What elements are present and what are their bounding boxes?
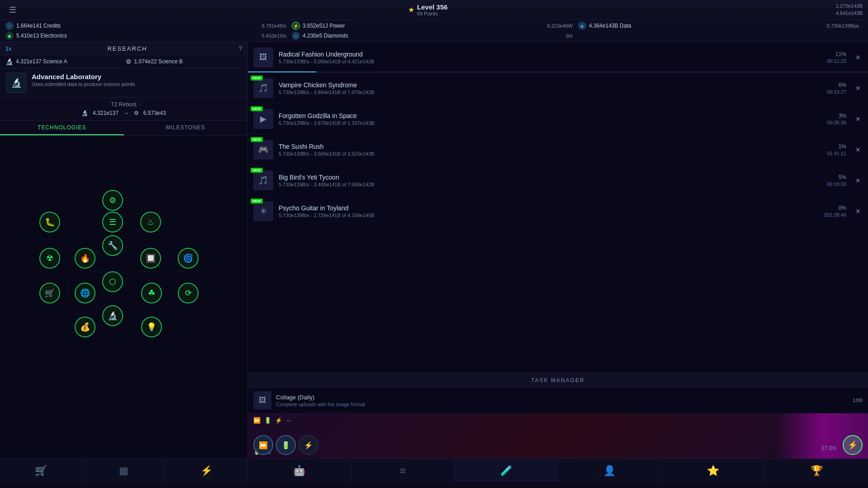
lab-card-icon: 🔬	[6, 73, 26, 93]
tech-node-1[interactable]: ⚙	[102, 190, 123, 211]
tech-node-7[interactable]: 🔥	[75, 248, 95, 269]
media-item-3[interactable]: NEW ▶ Forgotten Godzilla in Space 5.730e…	[248, 104, 868, 134]
task-info-1: Collage (Daily) Complete uploads with th…	[276, 394, 849, 407]
media-title-4: The Sushi Rush	[279, 143, 796, 150]
new-badge-4: NEW	[251, 137, 263, 142]
fast-forward-small-button[interactable]: ⏩	[253, 417, 261, 424]
resource-data: ◈ 4.364e143B Data 5.730e139Bps	[578, 22, 863, 30]
menu-button[interactable]: ☰	[5, 3, 20, 17]
tech-node-2[interactable]: ☰	[102, 212, 123, 232]
tech-node-4[interactable]: 🐛	[39, 212, 60, 232]
resource-credits: ○ 1.664e141 Credits 8.791e49/s	[5, 22, 290, 30]
media-item-4[interactable]: NEW 🎮 The Sushi Rush 5.730e139B/s - 3.56…	[248, 134, 868, 165]
research-help-button[interactable]: ?	[238, 45, 242, 52]
fast-forward-button[interactable]: ⏩	[253, 435, 273, 455]
lightning-button[interactable]: ⚡	[299, 435, 318, 455]
nav-power[interactable]: ⚡	[165, 459, 247, 482]
resource-power: ⚡ 3.652e51J Power 6.223e46W	[292, 22, 576, 30]
new-badge-3: NEW	[251, 106, 263, 111]
media-title-2: Vampire Chicken Syndrome	[279, 81, 796, 89]
top-bar: ☰ ★ Level 356 69 Points 1.270e143B 4.641…	[0, 0, 868, 20]
tech-node-12[interactable]: ♨	[140, 212, 161, 232]
nav-chip[interactable]: ▦	[83, 459, 166, 482]
lab-card-title: Advanced Laboratory	[32, 73, 241, 81]
science-row: 🔬 4.321e137 Science A ⚙ 1.074e22 Science…	[0, 55, 247, 68]
battery-button[interactable]: 🔋	[276, 435, 296, 455]
lab-card[interactable]: 🔬 Advanced Laboratory Uses submitted dat…	[0, 68, 247, 98]
progress-bar-1	[248, 71, 868, 72]
tab-technologies[interactable]: TECHNOLOGIES	[0, 121, 124, 135]
tech-node-10[interactable]: ⬡	[102, 271, 123, 292]
task-thumb-1: 🖼	[253, 391, 271, 409]
tech-node-9[interactable]: 💰	[75, 317, 95, 337]
media-title-3: Forgotten Godzilla in Space	[279, 112, 796, 119]
media-percent-6: 0%	[839, 205, 846, 211]
bottom-nav-left: 🛒 ▦ ⚡	[0, 459, 248, 482]
resource-bar: ○ 1.664e141 Credits 8.791e49/s ⚡ 3.652e5…	[0, 20, 868, 42]
science-b-icon: ⚙	[126, 58, 132, 65]
video-controls: ⏩ 🔋 ⚡	[248, 435, 324, 455]
tech-node-5[interactable]: ☢	[39, 248, 60, 269]
nav-lab[interactable]: 🧪	[455, 459, 558, 482]
media-close-3[interactable]: ✕	[854, 114, 863, 124]
media-close-2[interactable]: ✕	[854, 83, 863, 94]
power-icon: ⚡	[292, 22, 300, 30]
new-badge-5: NEW	[251, 168, 263, 173]
diamonds-rate: 0/s	[566, 33, 576, 38]
t2-reboot[interactable]: T2 Reboot 🔬 4.321e137 → ⚙ 6.573e43	[0, 98, 247, 121]
t2-value-a: 4.321e137	[93, 110, 119, 116]
tech-node-15[interactable]: 💡	[141, 317, 162, 337]
media-item-1[interactable]: 🖼 Radical Fashion Underground 5.730e139B…	[248, 42, 868, 73]
task-item-1[interactable]: 🖼 Collage (Daily) Complete uploads with …	[248, 388, 868, 413]
media-item-5[interactable]: NEW 🎵 Big Bird's Yeti Tycoon 5.730e139B/…	[248, 165, 868, 196]
media-info-5: Big Bird's Yeti Tycoon 5.730e139B/s - 3.…	[279, 174, 796, 187]
media-close-6[interactable]: ✕	[854, 206, 863, 217]
t2-icon-b: ⚙	[134, 110, 139, 116]
swap-small-button[interactable]: ↔	[286, 417, 292, 424]
nav-layers[interactable]: ≡	[351, 459, 455, 482]
media-thumb-2: NEW 🎵	[253, 78, 273, 98]
nav-shop[interactable]: 🛒	[0, 459, 83, 482]
media-info-1: Radical Fashion Underground 5.730e139B/s…	[279, 51, 796, 64]
media-title-5: Big Bird's Yeti Tycoon	[279, 174, 796, 181]
power-small-button[interactable]: ⚡	[275, 417, 282, 424]
nav-star[interactable]: ⭐	[662, 459, 765, 482]
new-badge-6: NEW	[251, 199, 263, 204]
media-item-6[interactable]: NEW ✳ Psycho Guitar in Toyland 5.730e139…	[248, 196, 868, 227]
media-time-5: 00:19:33	[827, 181, 846, 187]
t2-reboot-row: 🔬 4.321e137 → ⚙ 6.573e43	[81, 109, 166, 117]
media-close-5[interactable]: ✕	[854, 175, 863, 186]
tech-node-6[interactable]: 🛒	[39, 283, 60, 303]
tech-node-11[interactable]: 🔬	[102, 305, 123, 326]
tech-node-13[interactable]: 🔲	[140, 248, 161, 269]
media-close-1[interactable]: ✕	[854, 52, 863, 63]
task-manager-header: TASK MANAGER	[248, 373, 868, 388]
video-speed: 27.0/s	[821, 445, 836, 451]
video-right-btn[interactable]: ⚡	[843, 435, 863, 455]
tech-node-3[interactable]: 🔧	[102, 235, 123, 256]
science-b: ⚙ 1.074e22 Science B	[126, 58, 242, 65]
lab-card-desc: Uses submitted data to produce science p…	[32, 81, 241, 87]
research-title: RESEARCH	[20, 45, 235, 52]
tech-node-16[interactable]: 🌀	[178, 248, 199, 269]
tech-node-8[interactable]: 🌐	[75, 283, 95, 303]
diamonds-icon: ◇	[292, 32, 300, 40]
media-right-3: 3% 00:36:39	[801, 113, 846, 125]
tech-node-17[interactable]: ⟳	[178, 283, 199, 303]
tech-node-14[interactable]: ☘	[141, 283, 162, 303]
battery-small-button[interactable]: 🔋	[264, 417, 271, 424]
nav-trophy[interactable]: 🏆	[765, 459, 868, 482]
nav-robot[interactable]: 🤖	[248, 459, 351, 482]
nav-user[interactable]: 👤	[558, 459, 662, 482]
video-player: ⏩ 🔋 ⚡ ↔ ⏩ 🔋 ⚡ 🔋 382 ⚡ 27.0/s	[248, 413, 868, 459]
media-stats-1: 5.730e139B/s - 5.056e141B of 4.421e142B	[279, 59, 796, 64]
media-title-1: Radical Fashion Underground	[279, 51, 796, 58]
media-item-2[interactable]: NEW 🎵 Vampire Chicken Syndrome 5.730e139…	[248, 73, 868, 104]
media-stats-3: 5.730e139B/s - 3.670e141B of 1.297e143B	[279, 120, 796, 126]
media-close-4[interactable]: ✕	[854, 144, 863, 155]
power-value: 3.652e51J Power	[303, 23, 366, 29]
media-stats-6: 5.730e139B/s - 1.729e141B of 4.156e145B	[279, 213, 796, 218]
tab-milestones[interactable]: MILESTONES	[124, 121, 248, 135]
t2-value-b: 6.573e43	[143, 110, 166, 116]
tech-tree-lines	[0, 136, 247, 459]
